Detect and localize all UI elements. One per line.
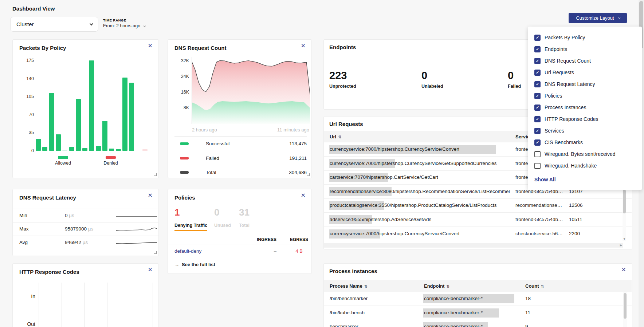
close-icon[interactable]: ✕ <box>148 193 153 198</box>
latency-metric-label: Avg <box>19 240 28 245</box>
column-header-process-name[interactable]: Process Name⇅ <box>330 283 368 289</box>
policy-stat-label[interactable]: Total <box>239 223 250 228</box>
menu-item[interactable]: ✓DNS Request Latency <box>528 78 642 90</box>
close-icon[interactable]: ✕ <box>301 193 306 198</box>
menu-item[interactable]: ✓Process Instances <box>528 102 642 113</box>
count-cell: 10511 <box>569 217 582 222</box>
count-cell: 18 <box>525 296 531 301</box>
y-tick-label: 16K <box>177 90 189 95</box>
menu-item[interactable]: ✓Endpoints <box>528 43 642 55</box>
panel-policies: Policies ✕ 1Denying Traffic0Unused31Tota… <box>168 189 312 274</box>
view-select[interactable]: Cluster <box>10 17 98 32</box>
time-range-from[interactable]: From: 2 hours ago <box>103 23 145 28</box>
process-name-cell: /bin/kube-bench <box>330 310 365 315</box>
checkbox-unchecked[interactable] <box>534 151 541 157</box>
panel-title: Process Instances <box>329 268 377 274</box>
legend-row: Total304,686 <box>174 165 307 179</box>
bar <box>42 147 47 151</box>
url-cell: currencyservice:7000/hipstershop.Currenc… <box>330 146 459 152</box>
checkbox-checked[interactable]: ✓ <box>534 139 541 146</box>
scrollbar-thumb[interactable] <box>623 190 626 213</box>
count-cell: 11 <box>525 310 530 315</box>
checkbox-checked[interactable]: ✓ <box>534 105 541 111</box>
panel-title: DNS Request Latency <box>19 194 76 201</box>
menu-item-label: Packets By Policy <box>545 35 585 40</box>
checkbox-checked[interactable]: ✓ <box>534 128 541 134</box>
policy-name-link[interactable]: default-deny <box>174 248 201 254</box>
checkbox-unchecked[interactable] <box>534 163 541 169</box>
count-cell: 12506 <box>569 202 583 208</box>
latency-unit: µs <box>81 240 88 245</box>
divider <box>168 244 311 244</box>
column-header-url[interactable]: Url⇅ <box>330 134 341 139</box>
bar <box>36 139 41 151</box>
service-cell: checkoutservice-56… <box>515 231 563 236</box>
menu-item[interactable]: Wireguard. Bytes sent/received <box>528 148 642 160</box>
latency-number: 0 <box>65 213 68 218</box>
scrollbar-thumb[interactable] <box>624 293 627 319</box>
checkbox-checked[interactable]: ✓ <box>534 35 541 41</box>
policy-stat-value: 1 <box>174 207 180 218</box>
menu-item[interactable]: ✓Policies <box>528 90 642 102</box>
legend-label: Allowed <box>48 161 78 166</box>
menu-item[interactable]: ✓Packets By Policy <box>528 32 642 43</box>
menu-item[interactable]: ✓Url Requests <box>528 67 642 78</box>
sort-icon: ⇅ <box>364 284 368 288</box>
menu-item[interactable]: ✓HTTP Response Codes <box>528 113 642 125</box>
panel-packets-by-policy: Packets By Policy ✕ 17514010570350 Allow… <box>12 39 159 178</box>
resize-handle[interactable] <box>154 251 157 254</box>
checkbox-checked[interactable]: ✓ <box>534 46 541 52</box>
sparkline <box>116 212 157 221</box>
y-tick-label: 24K <box>177 74 189 79</box>
checkbox-checked[interactable]: ✓ <box>534 81 541 87</box>
latency-number: 95879000 <box>65 226 87 232</box>
close-icon[interactable]: ✕ <box>301 43 306 49</box>
egress-value: 4 B <box>281 248 303 254</box>
time-range-label: TIME RANGE <box>103 18 145 22</box>
checkbox-checked[interactable]: ✓ <box>534 70 541 76</box>
scroll-down-arrow[interactable]: ▼ <box>623 237 626 241</box>
latency-unit: µs <box>87 226 93 232</box>
customize-layout-button[interactable]: Customize Layout <box>569 13 627 23</box>
resize-handle[interactable] <box>307 173 310 176</box>
show-all-link[interactable]: Show All <box>534 177 556 182</box>
stat-label: Unlabeled <box>421 84 443 89</box>
checkbox-checked[interactable]: ✓ <box>534 58 541 64</box>
column-header-ingress: INGRESS <box>255 237 276 242</box>
row-label-out: Out <box>24 321 35 327</box>
legend-swatch <box>180 157 189 159</box>
menu-item-label: Wireguard. Bytes sent/received <box>545 151 616 157</box>
policy-stat-label[interactable]: Unused <box>214 223 231 228</box>
endpoint-cell: compliance-benchmarker-* <box>424 296 483 301</box>
menu-item[interactable]: Wireguard. Handshake <box>528 160 642 172</box>
table-row: productcatalogservice:3550/hipstershop.P… <box>324 198 632 213</box>
sort-icon: ⇅ <box>338 135 341 139</box>
bar <box>102 121 107 151</box>
close-icon[interactable]: ✕ <box>148 43 153 49</box>
menu-item-label: Services <box>545 128 564 134</box>
legend-swatch <box>106 156 116 159</box>
see-full-list-link[interactable]: See the full list <box>182 262 215 267</box>
url-cell: currencyservice:7000/hipstershop.Currenc… <box>330 161 496 166</box>
count-cell: 9 <box>525 324 528 327</box>
checkbox-checked[interactable]: ✓ <box>534 116 541 122</box>
horizontal-scrollbar[interactable]: ▶ <box>324 243 623 248</box>
checkbox-checked[interactable]: ✓ <box>534 93 541 99</box>
menu-item[interactable]: ✓Services <box>528 125 642 137</box>
close-icon[interactable]: ✕ <box>621 267 626 273</box>
menu-item[interactable]: ✓CIS Benchmarks <box>528 137 642 148</box>
menu-item[interactable]: ✓DNS Request Count <box>528 55 642 67</box>
service-cell: frontend-5fc5754db… <box>515 217 563 222</box>
close-icon[interactable]: ✕ <box>148 267 153 273</box>
panel-title: Endpoints <box>329 44 356 50</box>
endpoint-stat: 0Unlabeled <box>421 70 443 89</box>
y-tick-label: 105 <box>21 94 34 99</box>
vertical-scrollbar[interactable] <box>623 292 627 327</box>
column-header-endpoint[interactable]: Endpoint⇅ <box>424 283 450 289</box>
scroll-right-arrow[interactable]: ▶ <box>620 244 622 247</box>
menu-item-label: Policies <box>545 93 562 99</box>
resize-handle[interactable] <box>154 173 157 176</box>
column-header-count[interactable]: Count⇅ <box>525 283 544 289</box>
bar <box>56 134 61 151</box>
url-cell: recommendationservice:8080/hipstershop.R… <box>330 189 510 194</box>
